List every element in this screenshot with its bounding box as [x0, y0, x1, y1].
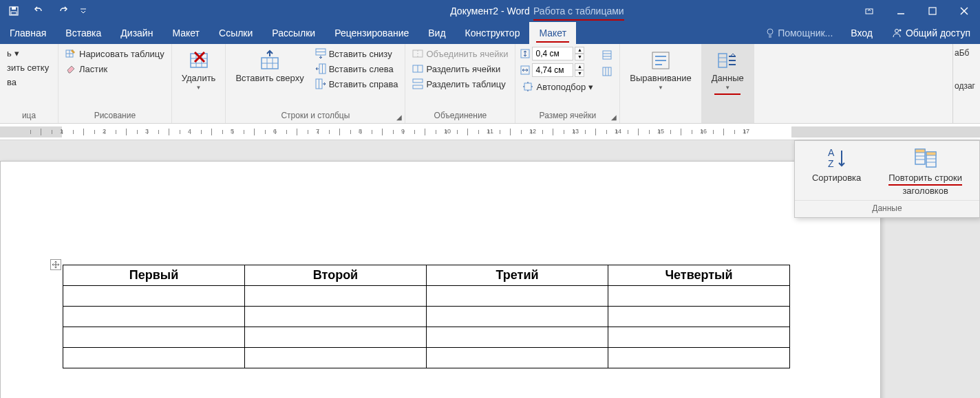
ribbon-display-button[interactable]	[853, 0, 885, 22]
tab-mailings[interactable]: Рассылки	[262, 22, 325, 44]
tab-review[interactable]: Рецензирование	[325, 22, 418, 44]
group-table-label: ица	[0, 109, 58, 123]
maximize-button[interactable]	[917, 0, 948, 22]
split-table-icon	[412, 78, 423, 89]
insert-below-button[interactable]: Вставить снизу	[312, 47, 401, 60]
tab-table-design[interactable]: Конструктор	[456, 22, 530, 44]
distribute-rows-icon	[601, 49, 612, 60]
group-merge-label: Объединение	[405, 109, 515, 123]
chevron-down-icon: ▼	[658, 85, 663, 91]
split-cells-button[interactable]: Разделить ячейки	[409, 62, 511, 76]
tell-me-input[interactable]: Помощник...	[757, 27, 841, 38]
spin-down-icon[interactable]: ▼	[575, 70, 584, 77]
close-button[interactable]	[948, 0, 980, 22]
redo-button[interactable]	[55, 3, 72, 19]
ruler-number: 16	[700, 128, 707, 135]
window-controls	[853, 0, 980, 22]
data-icon	[716, 49, 738, 71]
delete-button[interactable]: Удалить ▼	[176, 47, 222, 93]
table-row[interactable]: Первый Второй Третий Четвертый	[63, 265, 790, 286]
merge-cells-button[interactable]: Объединить ячейки	[409, 47, 511, 60]
table-row[interactable]	[63, 307, 790, 327]
distribute-cols-button[interactable]	[599, 65, 615, 78]
page[interactable]: Первый Второй Третий Четвертый	[0, 161, 881, 398]
table-row[interactable]	[63, 348, 790, 368]
insert-right-icon	[315, 78, 326, 89]
split-table-button[interactable]: Разделить таблицу	[409, 77, 511, 91]
column-width-input[interactable]: ▲▼	[520, 63, 596, 77]
minimize-button[interactable]	[885, 0, 917, 22]
insert-above-icon	[259, 49, 281, 71]
alignment-icon	[650, 49, 672, 71]
insert-left-icon	[315, 63, 326, 74]
width-icon	[520, 65, 531, 76]
data-button[interactable]: Данные ▼	[706, 47, 749, 98]
svg-rect-41	[524, 83, 531, 90]
qat-customize-icon[interactable]	[80, 6, 87, 16]
table-row[interactable]	[63, 327, 790, 348]
horizontal-ruler[interactable]: 1234567891011121314151617	[0, 124, 980, 140]
dialog-launcher-icon[interactable]: ◢	[396, 113, 402, 121]
spin-up-icon[interactable]: ▲	[575, 63, 584, 70]
quick-access-toolbar	[0, 3, 87, 19]
svg-text:A: A	[828, 147, 835, 158]
sort-icon: A Z	[825, 146, 849, 170]
alignment-button[interactable]: Выравнивание ▼	[624, 47, 696, 93]
eraser-button[interactable]: Ластик	[63, 62, 167, 76]
svg-rect-42	[603, 51, 611, 59]
tab-table-layout[interactable]: Макет	[529, 22, 576, 44]
tab-insert[interactable]: Вставка	[56, 22, 111, 44]
select-button[interactable]: ь ▾	[4, 47, 52, 60]
svg-rect-52	[718, 54, 727, 67]
insert-above-button[interactable]: Вставить сверху	[230, 47, 309, 86]
svg-rect-45	[603, 67, 611, 76]
table-move-handle[interactable]	[50, 259, 61, 270]
spin-up-icon[interactable]: ▲	[575, 47, 584, 54]
distribute-cols-icon	[601, 66, 612, 77]
ruler-number: 14	[615, 128, 621, 135]
group-rows-cols-label: Строки и столбцы ◢	[226, 109, 405, 123]
save-button[interactable]	[6, 3, 22, 19]
sort-button[interactable]: A Z Сортировка	[812, 146, 861, 196]
height-icon	[520, 48, 531, 59]
styles-pane-cutoff: аБб одзаг	[952, 44, 980, 124]
repeat-header-rows-button[interactable]: Повторить строки заголовков	[888, 146, 962, 196]
ruler-number: 15	[657, 128, 664, 135]
svg-rect-38	[413, 85, 423, 89]
insert-right-button[interactable]: Вставить справа	[312, 77, 401, 91]
merge-icon	[412, 48, 423, 59]
tab-references[interactable]: Ссылки	[209, 22, 262, 44]
properties-button[interactable]: ва	[4, 76, 52, 89]
svg-rect-62	[926, 152, 936, 155]
document-table[interactable]: Первый Второй Третий Четвертый	[63, 265, 790, 368]
ribbon-tabs: Главная Вставка Дизайн Макет Ссылки Расс…	[0, 22, 980, 44]
dropdown-group-label: Данные	[795, 200, 979, 217]
undo-button[interactable]	[30, 3, 47, 19]
spin-down-icon[interactable]: ▼	[575, 54, 584, 60]
svg-point-11	[895, 30, 898, 33]
autofit-button[interactable]: Автоподбор ▾	[520, 80, 596, 93]
dialog-launcher-icon[interactable]: ◢	[611, 113, 617, 121]
share-button[interactable]: Общий доступ	[882, 27, 980, 38]
tab-layout[interactable]: Макет	[162, 22, 209, 44]
insert-below-icon	[315, 48, 326, 59]
tab-view[interactable]: Вид	[418, 22, 455, 44]
autofit-icon	[522, 81, 533, 92]
move-icon	[52, 261, 59, 268]
svg-rect-58	[915, 149, 925, 153]
distribute-rows-button[interactable]	[599, 48, 615, 62]
tab-home[interactable]: Главная	[0, 22, 56, 44]
draw-table-button[interactable]: Нарисовать таблицу	[63, 47, 167, 60]
svg-rect-2	[11, 12, 17, 14]
ribbon: ь ▾ зить сетку ва ица Нарисовать таблицу…	[0, 44, 980, 124]
table-row[interactable]	[63, 286, 790, 307]
tab-design[interactable]: Дизайн	[111, 22, 162, 44]
svg-text:Z: Z	[828, 158, 834, 169]
view-gridlines-button[interactable]: зить сетку	[4, 61, 52, 74]
window-title: Документ2 - Word	[0, 5, 980, 16]
svg-rect-37	[413, 79, 423, 82]
insert-left-button[interactable]: Вставить слева	[312, 62, 401, 76]
group-cell-size-label: Размер ячейки ◢	[515, 109, 619, 123]
row-height-input[interactable]: ▲▼	[520, 47, 596, 60]
sign-in-button[interactable]: Вход	[841, 27, 882, 38]
